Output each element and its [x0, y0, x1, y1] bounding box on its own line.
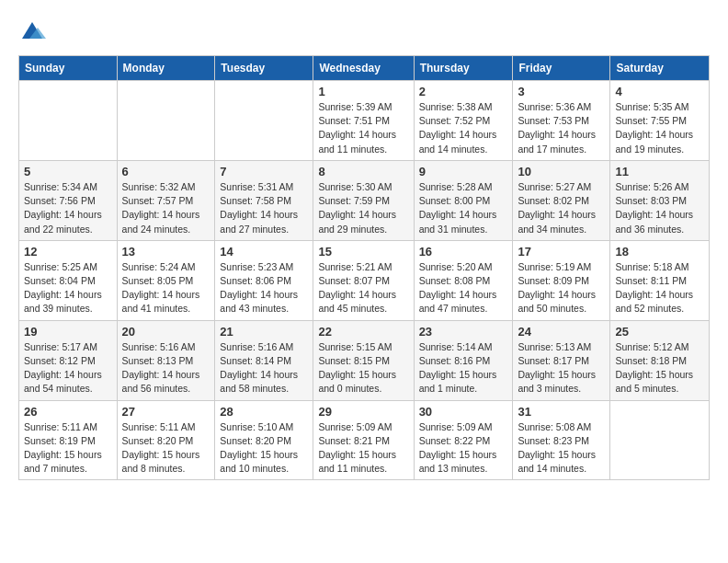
- calendar-cell: 21Sunrise: 5:16 AMSunset: 8:14 PMDayligh…: [215, 320, 313, 400]
- day-info: Sunrise: 5:28 AMSunset: 8:00 PMDaylight:…: [419, 180, 508, 236]
- day-number: 17: [518, 245, 605, 259]
- calendar-cell: 16Sunrise: 5:20 AMSunset: 8:08 PMDayligh…: [414, 240, 513, 320]
- header-day-tuesday: Tuesday: [215, 56, 313, 81]
- day-number: 19: [24, 325, 112, 339]
- calendar-cell: 31Sunrise: 5:08 AMSunset: 8:23 PMDayligh…: [513, 400, 610, 480]
- day-info: Sunrise: 5:21 AMSunset: 8:07 PMDaylight:…: [318, 260, 408, 316]
- day-number: 12: [24, 245, 112, 259]
- day-info: Sunrise: 5:27 AMSunset: 8:02 PMDaylight:…: [518, 180, 605, 236]
- day-number: 29: [318, 405, 408, 419]
- day-info: Sunrise: 5:15 AMSunset: 8:15 PMDaylight:…: [318, 340, 408, 396]
- day-number: 24: [518, 325, 605, 339]
- week-row-2: 5Sunrise: 5:34 AMSunset: 7:56 PMDaylight…: [19, 160, 710, 240]
- calendar-cell: 9Sunrise: 5:28 AMSunset: 8:00 PMDaylight…: [414, 160, 513, 240]
- day-number: 27: [122, 405, 210, 419]
- day-number: 18: [615, 245, 704, 259]
- day-number: 2: [419, 85, 508, 98]
- day-number: 5: [24, 165, 112, 178]
- day-info: Sunrise: 5:25 AMSunset: 8:04 PMDaylight:…: [24, 260, 112, 316]
- day-number: 15: [318, 245, 408, 259]
- calendar-cell: 20Sunrise: 5:16 AMSunset: 8:13 PMDayligh…: [117, 320, 215, 400]
- day-info: Sunrise: 5:13 AMSunset: 8:17 PMDaylight:…: [518, 340, 605, 396]
- day-info: Sunrise: 5:20 AMSunset: 8:08 PMDaylight:…: [419, 260, 508, 316]
- calendar-cell: 10Sunrise: 5:27 AMSunset: 8:02 PMDayligh…: [513, 160, 610, 240]
- calendar-cell: 18Sunrise: 5:18 AMSunset: 8:11 PMDayligh…: [610, 240, 710, 320]
- day-number: 11: [615, 165, 704, 178]
- header-day-sunday: Sunday: [19, 56, 118, 81]
- calendar-cell: 17Sunrise: 5:19 AMSunset: 8:09 PMDayligh…: [513, 240, 610, 320]
- calendar-cell: 5Sunrise: 5:34 AMSunset: 7:56 PMDaylight…: [19, 160, 118, 240]
- day-info: Sunrise: 5:19 AMSunset: 8:09 PMDaylight:…: [518, 260, 605, 316]
- day-info: Sunrise: 5:17 AMSunset: 8:12 PMDaylight:…: [24, 340, 112, 396]
- calendar-cell: 15Sunrise: 5:21 AMSunset: 8:07 PMDayligh…: [313, 240, 414, 320]
- day-info: Sunrise: 5:36 AMSunset: 7:53 PMDaylight:…: [518, 100, 605, 156]
- day-number: 23: [419, 325, 508, 339]
- calendar-table: SundayMondayTuesdayWednesdayThursdayFrid…: [18, 55, 710, 480]
- day-number: 20: [122, 325, 210, 339]
- header-day-saturday: Saturday: [610, 56, 710, 81]
- calendar-cell: 6Sunrise: 5:32 AMSunset: 7:57 PMDaylight…: [117, 160, 215, 240]
- week-row-5: 26Sunrise: 5:11 AMSunset: 8:19 PMDayligh…: [19, 400, 710, 480]
- day-info: Sunrise: 5:11 AMSunset: 8:20 PMDaylight:…: [122, 420, 210, 477]
- calendar-cell: 30Sunrise: 5:09 AMSunset: 8:22 PMDayligh…: [414, 400, 513, 480]
- day-info: Sunrise: 5:12 AMSunset: 8:18 PMDaylight:…: [615, 340, 704, 396]
- day-number: 4: [615, 85, 704, 98]
- day-number: 3: [518, 85, 605, 98]
- logo: [18, 18, 50, 46]
- day-info: Sunrise: 5:30 AMSunset: 7:59 PMDaylight:…: [318, 180, 408, 236]
- day-number: 22: [318, 325, 408, 339]
- calendar-cell: [610, 400, 710, 480]
- calendar-cell: 11Sunrise: 5:26 AMSunset: 8:03 PMDayligh…: [610, 160, 710, 240]
- week-row-4: 19Sunrise: 5:17 AMSunset: 8:12 PMDayligh…: [19, 320, 710, 400]
- calendar-cell: [215, 81, 313, 161]
- week-row-1: 1Sunrise: 5:39 AMSunset: 7:51 PMDaylight…: [19, 81, 710, 161]
- day-info: Sunrise: 5:14 AMSunset: 8:16 PMDaylight:…: [419, 340, 508, 396]
- day-number: 16: [419, 245, 508, 259]
- day-info: Sunrise: 5:11 AMSunset: 8:19 PMDaylight:…: [24, 420, 112, 477]
- day-info: Sunrise: 5:09 AMSunset: 8:22 PMDaylight:…: [419, 420, 508, 477]
- calendar-cell: 4Sunrise: 5:35 AMSunset: 7:55 PMDaylight…: [610, 81, 710, 161]
- calendar-cell: 27Sunrise: 5:11 AMSunset: 8:20 PMDayligh…: [117, 400, 215, 480]
- day-number: 21: [220, 325, 308, 339]
- day-number: 8: [318, 165, 408, 178]
- day-info: Sunrise: 5:16 AMSunset: 8:14 PMDaylight:…: [220, 340, 308, 396]
- day-number: 6: [122, 165, 210, 178]
- day-number: 30: [419, 405, 508, 419]
- day-info: Sunrise: 5:35 AMSunset: 7:55 PMDaylight:…: [615, 100, 704, 156]
- calendar-cell: 24Sunrise: 5:13 AMSunset: 8:17 PMDayligh…: [513, 320, 610, 400]
- calendar-cell: 2Sunrise: 5:38 AMSunset: 7:52 PMDaylight…: [414, 81, 513, 161]
- day-info: Sunrise: 5:38 AMSunset: 7:52 PMDaylight:…: [419, 100, 508, 156]
- calendar-cell: 7Sunrise: 5:31 AMSunset: 7:58 PMDaylight…: [215, 160, 313, 240]
- header-day-wednesday: Wednesday: [313, 56, 414, 81]
- day-number: 28: [220, 405, 308, 419]
- day-number: 25: [615, 325, 704, 339]
- header-row: SundayMondayTuesdayWednesdayThursdayFrid…: [19, 56, 710, 81]
- calendar-cell: 26Sunrise: 5:11 AMSunset: 8:19 PMDayligh…: [19, 400, 118, 480]
- day-info: Sunrise: 5:26 AMSunset: 8:03 PMDaylight:…: [615, 180, 704, 236]
- day-info: Sunrise: 5:18 AMSunset: 8:11 PMDaylight:…: [615, 260, 704, 316]
- day-number: 7: [220, 165, 308, 178]
- day-info: Sunrise: 5:08 AMSunset: 8:23 PMDaylight:…: [518, 420, 605, 477]
- logo-icon: [18, 18, 46, 46]
- day-info: Sunrise: 5:32 AMSunset: 7:57 PMDaylight:…: [122, 180, 210, 236]
- day-info: Sunrise: 5:09 AMSunset: 8:21 PMDaylight:…: [318, 420, 408, 477]
- page-header: [18, 18, 710, 46]
- day-info: Sunrise: 5:16 AMSunset: 8:13 PMDaylight:…: [122, 340, 210, 396]
- week-row-3: 12Sunrise: 5:25 AMSunset: 8:04 PMDayligh…: [19, 240, 710, 320]
- day-number: 10: [518, 165, 605, 178]
- calendar-cell: 29Sunrise: 5:09 AMSunset: 8:21 PMDayligh…: [313, 400, 414, 480]
- calendar-cell: 22Sunrise: 5:15 AMSunset: 8:15 PMDayligh…: [313, 320, 414, 400]
- header-day-monday: Monday: [117, 56, 215, 81]
- day-number: 13: [122, 245, 210, 259]
- calendar-cell: 28Sunrise: 5:10 AMSunset: 8:20 PMDayligh…: [215, 400, 313, 480]
- calendar-cell: 1Sunrise: 5:39 AMSunset: 7:51 PMDaylight…: [313, 81, 414, 161]
- calendar-cell: 13Sunrise: 5:24 AMSunset: 8:05 PMDayligh…: [117, 240, 215, 320]
- day-info: Sunrise: 5:39 AMSunset: 7:51 PMDaylight:…: [318, 100, 408, 156]
- day-number: 26: [24, 405, 112, 419]
- calendar-cell: 19Sunrise: 5:17 AMSunset: 8:12 PMDayligh…: [19, 320, 118, 400]
- day-number: 14: [220, 245, 308, 259]
- calendar-cell: 23Sunrise: 5:14 AMSunset: 8:16 PMDayligh…: [414, 320, 513, 400]
- calendar-cell: [19, 81, 118, 161]
- calendar-cell: [117, 81, 215, 161]
- calendar-cell: 12Sunrise: 5:25 AMSunset: 8:04 PMDayligh…: [19, 240, 118, 320]
